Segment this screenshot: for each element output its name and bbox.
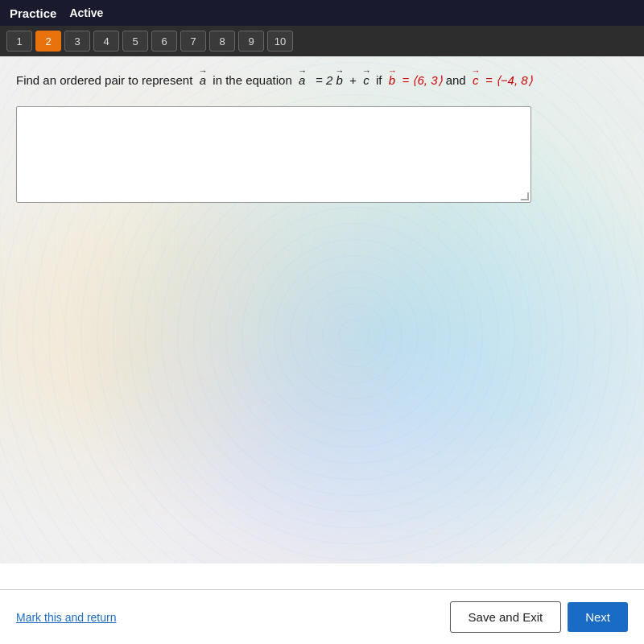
footer: Mark this and return Save and Exit Next: [0, 589, 644, 644]
equation-b: b: [332, 71, 346, 90]
tab-4[interactable]: 4: [93, 31, 119, 52]
b-equals: = ⟨6, 3⟩: [402, 73, 443, 87]
main-content: Find an ordered pair to represent a in t…: [0, 56, 644, 564]
question-text: Find an ordered pair to represent a in t…: [16, 71, 628, 90]
tab-7[interactable]: 7: [180, 31, 206, 52]
answer-box[interactable]: [16, 106, 531, 203]
c-equals: = ⟨−4, 8⟩: [485, 73, 533, 87]
tab-5[interactable]: 5: [122, 31, 148, 52]
next-button[interactable]: Next: [568, 602, 628, 632]
resize-handle[interactable]: [521, 192, 529, 200]
tab-8[interactable]: 8: [209, 31, 235, 52]
active-status: Active: [69, 6, 103, 19]
tab-3[interactable]: 3: [64, 31, 90, 52]
equation-plus-c: +: [349, 73, 357, 87]
equation-body: = 2: [312, 73, 332, 87]
question-tabs-bar: 1 2 3 4 5 6 7 8 9 10: [0, 26, 644, 56]
tab-9[interactable]: 9: [238, 31, 264, 52]
variable-a: a: [196, 71, 209, 90]
tab-2[interactable]: 2: [35, 31, 61, 52]
tab-1[interactable]: 1: [6, 31, 32, 52]
footer-buttons: Save and Exit Next: [450, 601, 628, 633]
equation-c: c: [360, 71, 373, 90]
c-value: c: [469, 71, 482, 90]
tab-10[interactable]: 10: [267, 31, 293, 52]
tab-6[interactable]: 6: [151, 31, 177, 52]
save-exit-button[interactable]: Save and Exit: [450, 601, 562, 633]
page-title: Practice: [10, 6, 56, 20]
equation-a: a: [295, 71, 309, 90]
b-value: b: [386, 71, 399, 90]
mark-return-link[interactable]: Mark this and return: [16, 611, 117, 624]
header: Practice Active: [0, 0, 644, 26]
